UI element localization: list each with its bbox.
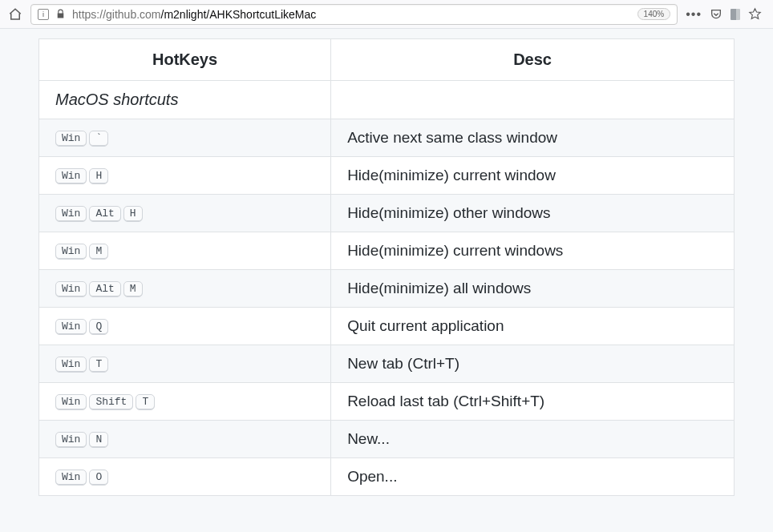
key-badge: Win bbox=[55, 131, 87, 147]
key-badge: H bbox=[123, 206, 143, 222]
table-row: WinHHide(minimize) current window bbox=[39, 157, 735, 195]
hotkeys-cell: WinShiftT bbox=[39, 383, 331, 421]
key-badge: Win bbox=[55, 168, 87, 184]
desc-cell: Quit current application bbox=[331, 308, 735, 345]
url-text: https://github.com/m2nlight/AHKShortcutL… bbox=[72, 8, 631, 21]
key-badge: Win bbox=[55, 470, 87, 486]
table-row: Win`Active next same class window bbox=[39, 119, 735, 157]
key-badge: Alt bbox=[89, 281, 120, 297]
section-header-row: MacOS shortcuts bbox=[39, 81, 735, 119]
page-content: HotKeys Desc MacOS shortcuts Win`Active … bbox=[0, 29, 773, 496]
key-badge: H bbox=[89, 168, 108, 184]
key-badge: Alt bbox=[89, 206, 120, 222]
key-badge: O bbox=[89, 470, 108, 486]
key-badge: Win bbox=[55, 319, 87, 335]
key-badge: T bbox=[136, 394, 155, 410]
home-icon[interactable] bbox=[8, 7, 22, 22]
key-badge: T bbox=[89, 357, 108, 373]
desc-cell: Active next same class window bbox=[331, 119, 735, 157]
key-badge: Win bbox=[55, 206, 87, 222]
desc-cell: Hide(minimize) all windows bbox=[331, 270, 735, 308]
more-icon[interactable]: ••• bbox=[686, 7, 702, 22]
key-badge: ` bbox=[89, 131, 108, 147]
lock-icon bbox=[55, 9, 66, 19]
key-badge: Win bbox=[55, 394, 87, 410]
desc-cell: New tab (Ctrl+T) bbox=[331, 345, 735, 383]
table-row: WinAltHHide(minimize) other windows bbox=[39, 195, 735, 232]
table-row: WinTNew tab (Ctrl+T) bbox=[39, 345, 735, 383]
library-icon[interactable] bbox=[731, 9, 740, 20]
column-header-desc: Desc bbox=[331, 39, 735, 81]
desc-cell: Hide(minimize) other windows bbox=[331, 195, 735, 232]
table-row: WinQQuit current application bbox=[39, 308, 735, 345]
key-badge: Win bbox=[55, 432, 87, 448]
key-badge: Win bbox=[55, 244, 87, 260]
hotkeys-cell: Win` bbox=[39, 119, 331, 157]
hotkeys-cell: WinH bbox=[39, 157, 331, 195]
bookmark-star-icon[interactable] bbox=[748, 7, 762, 21]
hotkeys-cell: WinO bbox=[39, 458, 331, 496]
browser-toolbar: i https://github.com/m2nlight/AHKShortcu… bbox=[0, 0, 773, 29]
table-row: WinAltMHide(minimize) all windows bbox=[39, 270, 735, 308]
table-row: WinShiftTReload last tab (Ctrl+Shift+T) bbox=[39, 383, 735, 421]
table-row: WinNNew... bbox=[39, 421, 735, 458]
desc-cell: Open... bbox=[331, 458, 735, 496]
key-badge: Win bbox=[55, 281, 87, 297]
key-badge: Win bbox=[55, 357, 87, 373]
key-badge: N bbox=[89, 432, 108, 448]
hotkeys-cell: WinAltH bbox=[39, 195, 331, 232]
shortcuts-table: HotKeys Desc MacOS shortcuts Win`Active … bbox=[38, 38, 735, 496]
table-row: WinMHide(minimize) current windows bbox=[39, 232, 735, 270]
hotkeys-cell: WinT bbox=[39, 345, 331, 383]
key-badge: M bbox=[123, 281, 143, 297]
hotkeys-cell: WinQ bbox=[39, 308, 331, 345]
site-info-icon[interactable]: i bbox=[38, 9, 49, 20]
column-header-hotkeys: HotKeys bbox=[39, 39, 331, 81]
section-empty bbox=[331, 81, 735, 119]
desc-cell: Hide(minimize) current window bbox=[331, 157, 735, 195]
hotkeys-cell: WinAltM bbox=[39, 270, 331, 308]
table-row: WinOOpen... bbox=[39, 458, 735, 496]
section-title: MacOS shortcuts bbox=[39, 81, 331, 119]
desc-cell: Hide(minimize) current windows bbox=[331, 232, 735, 270]
desc-cell: New... bbox=[331, 421, 735, 458]
zoom-badge[interactable]: 140% bbox=[637, 8, 671, 20]
hotkeys-cell: WinM bbox=[39, 232, 331, 270]
pocket-icon[interactable] bbox=[710, 8, 722, 21]
key-badge: M bbox=[89, 244, 108, 260]
url-bar[interactable]: i https://github.com/m2nlight/AHKShortcu… bbox=[30, 4, 678, 25]
desc-cell: Reload last tab (Ctrl+Shift+T) bbox=[331, 383, 735, 421]
key-badge: Q bbox=[89, 319, 108, 335]
toolbar-right-icons: ••• bbox=[686, 7, 765, 22]
hotkeys-cell: WinN bbox=[39, 421, 331, 458]
key-badge: Shift bbox=[89, 394, 133, 410]
